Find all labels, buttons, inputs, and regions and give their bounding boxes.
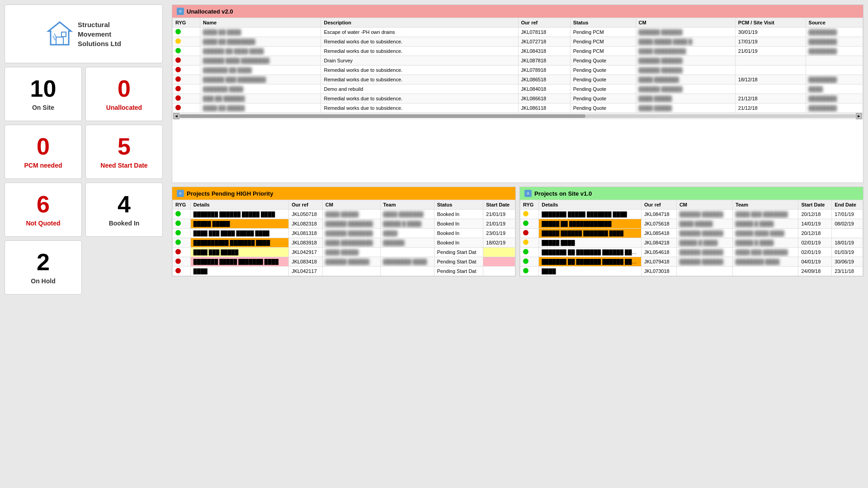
end-date-cell xyxy=(832,229,863,238)
ph-col-team: Team xyxy=(380,200,434,210)
source-cell xyxy=(806,66,863,75)
start-date-cell: 20/12/18 xyxy=(798,229,832,238)
pending-high-table-wrapper[interactable]: RYG Details Our ref CM Team Status Start… xyxy=(172,200,515,276)
ryg-dot xyxy=(523,239,528,245)
cm-cell: ████ █████ xyxy=(676,219,732,229)
pending-high-table-header: ≡ Projects Pending HIGH Priority xyxy=(172,187,515,200)
stat-need-start-date[interactable]: 5 Need Start Date xyxy=(85,125,163,179)
ph-col-details: Details xyxy=(190,200,289,210)
table-row[interactable]: ███████ ████ Demo and rebuild JKL084018 … xyxy=(173,84,863,94)
ryg-dot xyxy=(523,221,528,226)
details-cell: ███████ ██████ █████ ████ xyxy=(190,210,289,219)
stat-not-quoted-label: Not Quoted xyxy=(26,220,60,227)
ryg-dot xyxy=(523,249,528,254)
ryg-cell xyxy=(173,84,200,94)
pending-high-icon: ≡ xyxy=(177,190,184,197)
ryg-dot xyxy=(175,230,181,235)
team-cell: █████ █ ████ xyxy=(733,238,798,248)
ryg-cell xyxy=(173,37,200,47)
details-cell: ███████ █████ ███████ ████ xyxy=(539,210,642,219)
table-row[interactable]: ████ ██ ████ Escape of water -PH own dra… xyxy=(173,28,863,37)
ryg-dot xyxy=(523,268,528,273)
stat-unallocated-number: 0 xyxy=(118,77,131,100)
cm-cell: ██████ ██████ xyxy=(636,28,735,37)
ref-cell: JKL083418 xyxy=(289,257,323,267)
end-date-cell: 17/01/19 xyxy=(832,210,863,219)
cm-cell: █████ █ ████ xyxy=(676,238,732,248)
ref-cell: JKL086518 xyxy=(518,75,570,84)
ref-cell: JKL072718 xyxy=(518,37,570,47)
table-row[interactable]: ██████████ ███████ ████ JKL083918 ████ █… xyxy=(173,238,515,248)
ref-cell: JKL054618 xyxy=(642,248,677,257)
pcm-date-cell: 18/12/18 xyxy=(735,75,806,84)
stat-on-site-label: On Site xyxy=(32,104,54,111)
table-row[interactable]: ███████ ██ ████ Remedial works due to su… xyxy=(173,66,863,75)
os-col-team: Team xyxy=(733,200,798,210)
source-cell: ████████ xyxy=(806,28,863,37)
table-row[interactable]: ███ ██ ██████ Remedial works due to subs… xyxy=(173,94,863,103)
on-site-icon: ≡ xyxy=(524,190,532,197)
table-row[interactable]: █████ ██ ████████████ JKL075618 ████ ███… xyxy=(520,219,863,229)
stat-not-quoted-number: 6 xyxy=(37,192,50,216)
stat-not-quoted[interactable]: 6 Not Quoted xyxy=(5,183,82,237)
ryg-cell xyxy=(520,257,539,267)
table-row[interactable]: ███████ ██ ███████ ██████ ████ JKL054618… xyxy=(520,248,863,257)
stat-unallocated[interactable]: 0 Unallocated xyxy=(85,67,163,121)
ryg-dot xyxy=(175,221,181,226)
stat-need-start-number: 5 xyxy=(118,135,131,158)
table-row[interactable]: ███████ ██████ █████ ████ JKL050718 ████… xyxy=(173,210,515,219)
os-col-details: Details xyxy=(539,200,642,210)
on-site-table-wrapper[interactable]: RYG Details Our ref CM Team Start Date E… xyxy=(520,200,863,276)
unallocated-table-wrapper[interactable]: RYG Name Description Our ref Status CM P… xyxy=(172,18,863,113)
stat-unallocated-label: Unallocated xyxy=(106,104,142,111)
ref-cell: JKL079418 xyxy=(642,257,677,267)
scroll-left-arrow[interactable]: ◄ xyxy=(173,113,179,119)
unallocated-data-table: RYG Name Description Our ref Status CM P… xyxy=(172,18,863,113)
unallocated-scrollbar[interactable]: ◄ ► xyxy=(172,113,863,119)
table-row[interactable]: ███████ █████ ███████ ████ JKL084718 ███… xyxy=(520,210,863,219)
ref-cell: JKL084018 xyxy=(518,84,570,94)
table-row[interactable]: ████ JKL042117 Pending Start Dat xyxy=(173,267,515,276)
cm-cell: ████ █████ xyxy=(322,210,380,219)
table-row[interactable]: ████ JKL073018 24/09/18 23/11/18 xyxy=(520,267,863,276)
table-row[interactable]: ██████ ████ ████████ Drain Survey JKL087… xyxy=(173,56,863,66)
ryg-cell xyxy=(520,219,539,229)
pcm-date-cell: 30/01/19 xyxy=(735,28,806,37)
table-row[interactable]: ██████ ███ ████████ Remedial works due t… xyxy=(173,75,863,84)
ph-col-status: Status xyxy=(434,200,483,210)
table-row[interactable]: ████ ██ █████ Remedial works due to subs… xyxy=(173,103,863,113)
end-date-cell: 18/01/19 xyxy=(832,238,863,248)
ryg-dot xyxy=(175,67,181,72)
details-cell: ████ ███ █████ xyxy=(190,248,289,257)
table-row[interactable]: █████ █████ JKL082318 ██████ ███████ ███… xyxy=(173,219,515,229)
ryg-dot xyxy=(175,239,181,245)
details-cell: █████ ████ xyxy=(539,238,642,248)
status-cell: Pending Quote xyxy=(570,94,636,103)
stat-pcm-needed[interactable]: 0 PCM needed xyxy=(5,125,82,179)
table-row[interactable]: ███████ ██ ███████ ██████ ████ JKL079418… xyxy=(520,257,863,267)
source-cell: ████████ xyxy=(806,103,863,113)
ref-cell: JKL083918 xyxy=(289,238,323,248)
table-row[interactable]: ████ ██ ████████ Remedial works due to s… xyxy=(173,37,863,47)
table-row[interactable]: ███████ █████ ███████ ████ JKL083418 ███… xyxy=(173,257,515,267)
cm-cell: ████ █████ xyxy=(322,248,380,257)
stat-on-site[interactable]: 10 On Site xyxy=(5,67,82,121)
description-cell: Remedial works due to subsidence. xyxy=(321,47,518,56)
table-row[interactable]: █████ ████ JKL084218 █████ █ ████ █████ … xyxy=(520,238,863,248)
scrollbar-track[interactable] xyxy=(179,114,856,118)
stat-booked-in[interactable]: 4 Booked In xyxy=(85,183,163,237)
ref-cell: JKL042917 xyxy=(289,248,323,257)
table-row[interactable]: ████ ███ ████ █████ ████ JKL081318 █████… xyxy=(173,229,515,238)
stat-on-hold[interactable]: 2 On Hold xyxy=(5,240,82,295)
table-row[interactable]: ██████ ██ ████ ████ Remedial works due t… xyxy=(173,47,863,56)
start-date-cell: 14/01/19 xyxy=(798,219,832,229)
table-row[interactable]: ████ ███ █████ JKL042917 ████ █████ Pend… xyxy=(173,248,515,257)
table-row[interactable]: █████ ██████ ███████ ████ JKL085418 ████… xyxy=(520,229,863,238)
details-cell: ████ xyxy=(190,267,289,276)
scroll-right-arrow[interactable]: ► xyxy=(856,113,862,119)
status-cell: Pending Quote xyxy=(570,66,636,75)
team-cell: ████ xyxy=(380,229,434,238)
svg-line-4 xyxy=(54,33,56,37)
cm-cell: ██████ ███████ xyxy=(322,219,380,229)
on-site-title: Projects on Site v1.0 xyxy=(534,190,592,197)
